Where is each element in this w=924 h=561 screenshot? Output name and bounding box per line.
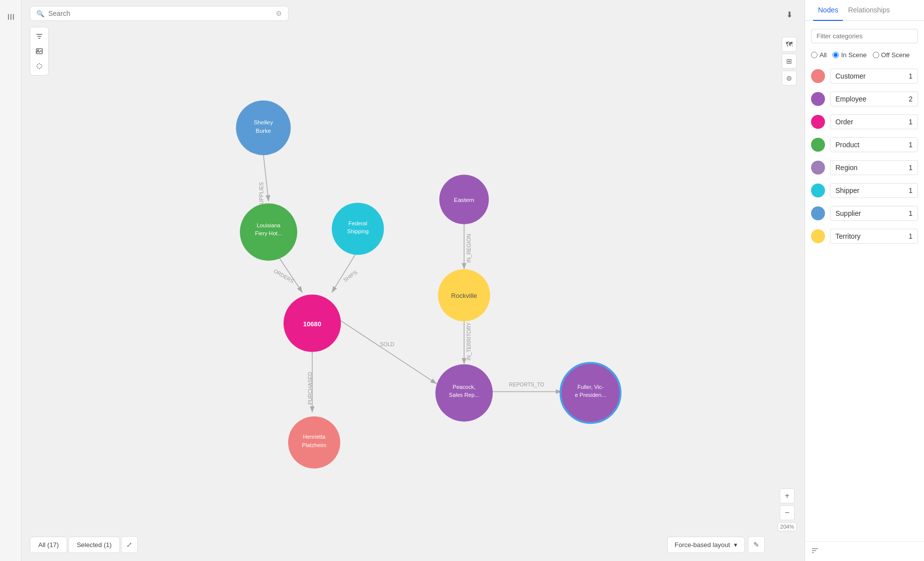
zoom-in-button[interactable]: + xyxy=(780,488,795,503)
magic-button[interactable] xyxy=(32,59,46,73)
svg-line-15 xyxy=(37,68,38,69)
svg-text:Louisiana: Louisiana xyxy=(257,222,281,228)
order-label: Order xyxy=(835,118,853,126)
svg-rect-0 xyxy=(8,14,9,20)
svg-text:Federal: Federal xyxy=(348,220,367,226)
canvas-toolbar xyxy=(30,27,49,76)
svg-text:Shelley: Shelley xyxy=(254,119,273,125)
layout-icon-button[interactable]: ⊚ xyxy=(782,71,797,86)
radio-off-scene-input[interactable] xyxy=(873,52,879,58)
svg-text:SOLD: SOLD xyxy=(380,342,395,347)
category-supplier[interactable]: Supplier 1 xyxy=(805,202,924,225)
employee-dot xyxy=(811,92,825,106)
layout-dropdown[interactable]: Force-based layout ▾ xyxy=(667,537,745,553)
category-order[interactable]: Order 1 xyxy=(805,110,924,133)
radio-in-scene[interactable]: In Scene xyxy=(832,51,866,59)
tab-relationships[interactable]: Relationships xyxy=(843,0,895,21)
svg-text:REPORTS_TO: REPORTS_TO xyxy=(509,382,544,387)
supplier-dot xyxy=(811,206,825,220)
category-employee[interactable]: Employee 2 xyxy=(805,88,924,110)
download-button[interactable]: ⬇ xyxy=(782,7,797,22)
filter-input[interactable] xyxy=(811,29,918,43)
filter-button[interactable] xyxy=(32,29,46,43)
svg-text:Burke: Burke xyxy=(256,127,271,134)
image-button[interactable] xyxy=(32,44,46,58)
supplier-count: 1 xyxy=(909,209,913,217)
svg-rect-2 xyxy=(13,14,14,20)
map-icon-button[interactable]: 🗺 xyxy=(782,37,797,52)
svg-text:Platzheim: Platzheim xyxy=(302,442,326,448)
svg-text:Sales Rep...: Sales Rep... xyxy=(449,392,479,398)
region-dot xyxy=(811,161,825,175)
product-dot xyxy=(811,138,825,152)
svg-text:Rockville: Rockville xyxy=(451,292,477,299)
svg-text:e Presiden...: e Presiden... xyxy=(575,392,606,398)
category-customer[interactable]: Customer 1 xyxy=(805,65,924,88)
radio-all-input[interactable] xyxy=(811,52,818,58)
category-product[interactable]: Product 1 xyxy=(805,133,924,156)
settings-icon[interactable]: ⚙ xyxy=(276,9,282,17)
svg-text:Eastern: Eastern xyxy=(454,196,474,203)
order-box: Order 1 xyxy=(830,114,918,129)
filter-container xyxy=(805,27,924,49)
category-territory[interactable]: Territory 1 xyxy=(805,225,924,248)
bottom-bar: All (17) Selected (1) ⤢ xyxy=(30,536,138,553)
search-bar: 🔍 ⚙ xyxy=(30,6,289,21)
region-label: Region xyxy=(835,164,857,172)
search-input[interactable] xyxy=(48,9,272,17)
radio-all[interactable]: All xyxy=(811,51,826,59)
layout-selector: Force-based layout ▾ ✎ xyxy=(667,536,765,553)
supplier-label: Supplier xyxy=(835,209,861,217)
employee-count: 2 xyxy=(909,95,913,103)
expand-button[interactable]: ⤢ xyxy=(121,536,138,553)
selected-tab[interactable]: Selected (1) xyxy=(68,537,120,553)
shipper-label: Shipper xyxy=(835,187,859,194)
graph-visualization: SUPPLIES SHIPS ORDERS PURCHASED SOLD IN_… xyxy=(22,27,805,561)
main-area: 🔍 ⚙ ⬇ xyxy=(22,0,805,561)
customer-box: Customer 1 xyxy=(830,69,918,84)
radio-in-scene-input[interactable] xyxy=(832,52,839,58)
edit-button[interactable]: ✎ xyxy=(748,536,765,553)
svg-text:IN_REGION: IN_REGION xyxy=(466,234,472,263)
scene-filter-group: All In Scene Off Scene xyxy=(805,49,924,65)
layout-label: Force-based layout xyxy=(675,541,730,549)
right-panel-tabs: Nodes Relationships xyxy=(805,0,924,21)
supplier-box: Supplier 1 xyxy=(830,206,918,221)
graph-canvas[interactable]: SUPPLIES SHIPS ORDERS PURCHASED SOLD IN_… xyxy=(22,27,805,561)
svg-line-13 xyxy=(41,68,42,69)
svg-text:10680: 10680 xyxy=(303,320,321,328)
territory-box: Territory 1 xyxy=(830,229,918,244)
category-region[interactable]: Region 1 xyxy=(805,156,924,179)
all-tab[interactable]: All (17) xyxy=(30,537,67,553)
radio-all-label: All xyxy=(820,51,826,59)
customer-dot xyxy=(811,69,825,83)
svg-text:Shipping: Shipping xyxy=(347,228,369,234)
territory-dot xyxy=(811,229,825,243)
employee-box: Employee 2 xyxy=(830,92,918,106)
right-panel: Nodes Relationships All In Scene Off Sce… xyxy=(805,0,924,561)
tab-nodes[interactable]: Nodes xyxy=(813,0,843,21)
region-box: Region 1 xyxy=(830,160,918,175)
zoom-icon-group: 🗺 ⊞ ⊚ xyxy=(782,37,797,86)
svg-text:IN_TERRITORY: IN_TERRITORY xyxy=(466,322,472,360)
customer-count: 1 xyxy=(909,72,913,80)
category-shipper[interactable]: Shipper 1 xyxy=(805,179,924,202)
fit-screen-button[interactable]: ⊞ xyxy=(782,54,797,69)
zoom-out-button[interactable]: − xyxy=(780,505,795,520)
order-dot xyxy=(811,115,825,129)
shipper-dot xyxy=(811,184,825,197)
svg-text:Fuller, Vic-: Fuller, Vic- xyxy=(578,384,604,390)
menu-icon[interactable] xyxy=(4,10,18,24)
right-panel-body: All In Scene Off Scene Customer 1 Employ… xyxy=(805,21,924,541)
territory-label: Territory xyxy=(835,232,861,240)
left-sidebar xyxy=(0,0,22,561)
radio-off-scene-label: Off Scene xyxy=(881,51,910,59)
download-area: ⬇ xyxy=(782,7,797,22)
search-icon: 🔍 xyxy=(36,10,44,17)
radio-off-scene[interactable]: Off Scene xyxy=(873,51,910,59)
product-count: 1 xyxy=(909,141,913,149)
svg-text:PURCHASED: PURCHASED xyxy=(308,372,313,405)
product-label: Product xyxy=(835,141,859,149)
zoom-controls: + − 204% xyxy=(778,488,797,531)
sort-icon[interactable] xyxy=(811,547,918,556)
